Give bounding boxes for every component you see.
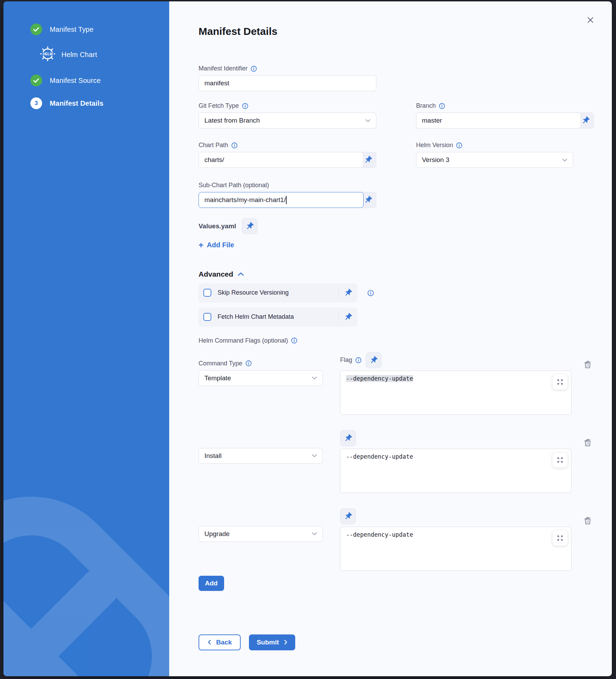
brand-watermark-logo: [3, 449, 169, 676]
advanced-toggle[interactable]: Advanced: [199, 270, 599, 278]
info-icon[interactable]: [291, 337, 297, 344]
step-complete-icon: [30, 75, 42, 86]
expand-button[interactable]: [552, 374, 568, 390]
manifest-identifier-label: Manifest Identifier: [199, 65, 376, 72]
page-title: Manifest Details: [199, 26, 612, 37]
plus-icon: +: [199, 242, 203, 249]
delete-flag-button[interactable]: [583, 438, 592, 448]
step-manifest-source[interactable]: Manifest Source: [30, 75, 169, 86]
expand-button[interactable]: [552, 452, 568, 468]
wizard-sidebar: Manifest Type Helm Chart Manifest Source…: [3, 1, 169, 676]
branch-label: Branch: [416, 102, 594, 109]
info-icon[interactable]: [242, 103, 248, 109]
text-caret: [286, 196, 287, 204]
close-icon: [587, 17, 594, 23]
command-flag-row: Command Type Template Flag: [199, 353, 599, 415]
branch-input[interactable]: [416, 113, 581, 128]
add-flag-button[interactable]: Add: [199, 576, 224, 591]
pin-icon[interactable]: [366, 352, 382, 368]
manifest-wizard-dialog: Manifest Type Helm Chart Manifest Source…: [3, 1, 612, 676]
chevron-down-icon: [562, 159, 567, 162]
step-manifest-type[interactable]: Manifest Type: [30, 23, 169, 35]
command-type-label: Command Type: [199, 360, 323, 367]
chevron-up-icon: [238, 272, 244, 276]
git-fetch-type-label: Git Fetch Type: [199, 102, 376, 109]
flag-textarea[interactable]: --dependency-update: [340, 371, 571, 415]
chevron-down-icon: [312, 532, 317, 535]
back-button[interactable]: Back: [199, 634, 241, 650]
command-flag-row: Upgrade --dependency-update: [199, 509, 599, 571]
pin-icon[interactable]: [338, 311, 353, 323]
manifest-details-panel: Manifest Details Manifest Identifier: [169, 1, 612, 676]
chevron-down-icon: [365, 119, 370, 122]
chevron-down-icon: [312, 376, 317, 380]
step-label: Manifest Details: [50, 99, 103, 107]
info-icon[interactable]: [456, 142, 462, 149]
step-label: Manifest Source: [50, 77, 101, 85]
expand-icon: [557, 379, 564, 385]
step-manifest-details[interactable]: 3 Manifest Details: [30, 97, 169, 109]
check-icon: [31, 25, 41, 34]
info-icon[interactable]: [251, 66, 257, 72]
helm-version-label: Helm Version: [416, 142, 594, 149]
chevron-right-icon: [284, 640, 288, 645]
info-icon[interactable]: [246, 360, 252, 366]
add-file-button[interactable]: + Add File: [199, 241, 234, 249]
step-number-badge: 3: [30, 97, 42, 109]
submit-button[interactable]: Submit: [249, 634, 295, 650]
step-complete-icon: [30, 23, 42, 35]
helm-command-flags-label: Helm Command Flags (optional): [199, 337, 599, 344]
delete-flag-button[interactable]: [583, 516, 592, 526]
command-type-select[interactable]: Template: [199, 370, 323, 386]
fetch-helm-chart-metadata-checkbox[interactable]: [203, 313, 211, 321]
flag-textarea[interactable]: --dependency-update: [340, 527, 571, 571]
pin-icon[interactable]: [340, 430, 356, 446]
trash-icon: [583, 516, 592, 525]
trash-icon: [583, 438, 592, 447]
expand-icon: [557, 535, 564, 542]
git-fetch-type-select[interactable]: Latest from Branch: [199, 113, 376, 128]
pin-icon[interactable]: [242, 218, 258, 234]
skip-resource-versioning-row[interactable]: Skip Resource Versioning: [199, 283, 357, 303]
fetch-helm-chart-metadata-row[interactable]: Fetch Helm Chart Metadata: [199, 307, 357, 327]
pin-icon[interactable]: [338, 287, 353, 299]
command-flag-row: Install --dependency-update: [199, 431, 599, 493]
flag-label: Flag: [340, 356, 362, 364]
check-icon: [31, 76, 41, 85]
sub-chart-path-input[interactable]: [199, 192, 364, 208]
values-yaml-label: Values.yaml: [199, 222, 236, 230]
command-type-select[interactable]: Upgrade: [199, 526, 323, 542]
helm-icon: [40, 46, 55, 63]
info-icon[interactable]: [355, 357, 362, 363]
chart-path-input[interactable]: [199, 152, 364, 168]
delete-flag-button[interactable]: [583, 360, 592, 370]
manifest-identifier-input[interactable]: [199, 75, 376, 91]
step-label: Manifest Type: [50, 26, 94, 34]
skip-resource-versioning-checkbox[interactable]: [203, 289, 211, 297]
trash-icon: [583, 360, 592, 369]
pin-icon[interactable]: [340, 508, 356, 524]
info-icon[interactable]: [367, 290, 374, 296]
chevron-down-icon: [312, 454, 317, 457]
substep-label: Helm Chart: [61, 51, 97, 59]
expand-icon: [557, 457, 564, 463]
helm-version-select[interactable]: Version 3: [416, 152, 573, 168]
chart-path-label: Chart Path: [199, 142, 376, 149]
info-icon[interactable]: [439, 103, 445, 109]
command-type-select[interactable]: Install: [199, 448, 323, 464]
close-button[interactable]: [584, 14, 597, 26]
info-icon[interactable]: [231, 142, 238, 149]
expand-button[interactable]: [552, 530, 568, 546]
flag-textarea[interactable]: --dependency-update: [340, 449, 571, 493]
sub-chart-path-label: Sub-Chart Path (optional): [199, 182, 376, 189]
step-helm-chart[interactable]: Helm Chart: [40, 46, 169, 63]
chevron-left-icon: [208, 640, 211, 645]
